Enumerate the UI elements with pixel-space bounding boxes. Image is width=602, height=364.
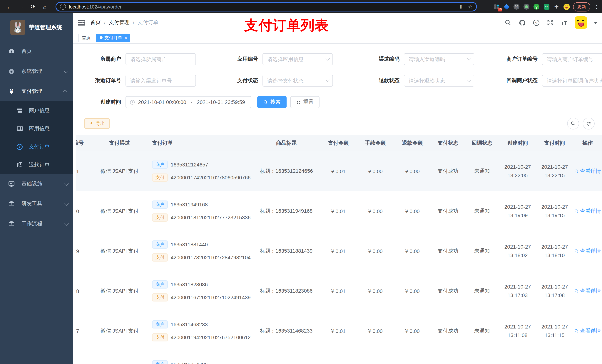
cell-channel: 微信 JSAPI 支付: [89, 288, 150, 294]
share-icon[interactable]: ⇧: [459, 4, 463, 10]
clock-icon: [129, 99, 135, 105]
cell-pay-order: 商户1635311881440 支付4200001173202110272847…: [150, 240, 253, 261]
help-icon[interactable]: ?: [532, 19, 540, 26]
sidebar-item-app-info[interactable]: 应用信息: [0, 119, 73, 138]
extension-blocks-icon[interactable]: 10: [493, 3, 500, 10]
chevron-down-icon: [64, 68, 68, 73]
pay-status-select[interactable]: [262, 75, 333, 87]
merchant-select[interactable]: [126, 53, 196, 65]
extension-gem-icon[interactable]: [503, 3, 510, 10]
merchant-order-no-input[interactable]: [542, 53, 602, 65]
cell-id: 17: [76, 328, 89, 334]
search-icon[interactable]: [504, 19, 512, 26]
export-button[interactable]: 导出: [85, 118, 110, 129]
date-end[interactable]: 2021-10-31 23:59:59: [197, 99, 245, 105]
avatar-caret-icon[interactable]: [594, 22, 598, 26]
tag-close-icon[interactable]: ×: [125, 36, 127, 40]
sidebar-item-dev-tools[interactable]: 研发工具: [0, 194, 73, 214]
refresh-icon: [296, 100, 301, 104]
cell-notify: 未通知: [465, 208, 499, 214]
collapse-sidebar-icon[interactable]: [78, 20, 85, 26]
merchant-order-no: 1635311823086: [171, 281, 208, 287]
breadcrumb-current: 支付订单: [138, 19, 159, 26]
cell-create-time: 2021-10-2713:18:02: [499, 242, 536, 260]
cell-status: 支付成功: [431, 288, 465, 294]
table-row: 17 微信 JSAPI 支付 商户1635311468233 支付4200001…: [76, 311, 602, 351]
channel-pay-no: 4200001181202110277723215336: [171, 215, 251, 220]
app-select[interactable]: [262, 53, 333, 65]
channel-pay-no: 4200001167202110271022491439: [171, 294, 251, 300]
font-size-icon[interactable]: ᴛT: [560, 19, 568, 26]
view-detail-link[interactable]: 查看详情: [574, 288, 601, 294]
browser-menu-icon[interactable]: ⋮: [594, 4, 599, 10]
sidebar-item-payment[interactable]: ¥ 支付管理: [0, 81, 73, 101]
date-start[interactable]: 2021-10-01 00:00:00: [138, 99, 186, 105]
cell-status: 支付成功: [431, 248, 465, 254]
show-search-button[interactable]: [567, 118, 579, 129]
forward-icon[interactable]: →: [18, 3, 24, 10]
sidebar-item-workflow[interactable]: 工作流程: [0, 214, 73, 234]
browser-profile-avatar[interactable]: [563, 3, 570, 10]
cell-pay-order: 商户1635311468233 支付4200001194202110276752…: [150, 320, 253, 342]
pay-chip: 支付: [152, 213, 168, 222]
extension-chat-icon[interactable]: ▪▪: [543, 3, 550, 10]
reset-button[interactable]: 重置: [290, 96, 320, 108]
bookmark-star-icon[interactable]: ☆: [468, 4, 473, 10]
cell-amount: ¥ 0.01: [320, 248, 357, 254]
channel-code-select[interactable]: [404, 53, 474, 65]
reload-icon[interactable]: ⟳: [30, 3, 36, 10]
github-icon[interactable]: [518, 19, 526, 26]
cell-refund: ¥ 0.00: [394, 168, 431, 174]
search-icon: [263, 100, 268, 104]
extension-y-icon[interactable]: y: [533, 3, 540, 10]
gear-icon: [8, 68, 15, 75]
extension-dot-icon[interactable]: [523, 3, 530, 10]
cell-notify: 未通知: [465, 328, 499, 334]
filter-row-3: 创建时间 2021-10-01 00:00:00 - 2021-10-31 23…: [73, 96, 602, 108]
documents-icon: [16, 161, 23, 168]
channel-pay-no: 4200001174202110278060590766: [171, 175, 251, 180]
cell-action: 查看详情: [573, 328, 602, 334]
browser-update-button[interactable]: 更新: [573, 2, 590, 11]
extensions-puzzle-icon[interactable]: ✚: [553, 3, 560, 10]
search-icon: [574, 329, 579, 333]
tag-pay-order[interactable]: 支付订单 ×: [96, 33, 130, 42]
cell-amount: ¥ 0.01: [320, 208, 357, 214]
url-text[interactable]: localhost:1024/pay/order: [69, 4, 454, 10]
refresh-table-button[interactable]: [583, 118, 595, 129]
view-detail-link[interactable]: 查看详情: [574, 208, 601, 214]
search-button[interactable]: 搜索: [257, 96, 287, 108]
extension-command-icon[interactable]: ⌘: [513, 3, 520, 10]
sidebar-item-system[interactable]: 系统管理: [0, 62, 73, 81]
sidebar-item-refund-order[interactable]: 退款订单: [0, 156, 73, 174]
view-detail-link[interactable]: 查看详情: [574, 328, 601, 334]
sidebar-item-home[interactable]: 首页: [0, 42, 73, 62]
browser-chrome: ← → ⟳ ⌂ i localhost:1024/pay/order ⇧ ☆ 1…: [0, 0, 602, 13]
sidebar-item-infra[interactable]: 基础设施: [0, 174, 73, 194]
cell-channel: 微信 JSAPI 支付: [89, 168, 150, 174]
home-icon[interactable]: ⌂: [42, 3, 48, 10]
page: ← → ⟳ ⌂ i localhost:1024/pay/order ⇧ ☆ 1…: [0, 0, 602, 364]
breadcrumb-home[interactable]: 首页: [90, 19, 101, 26]
create-time-range-input[interactable]: 2021-10-01 00:00:00 - 2021-10-31 23:59:5…: [126, 96, 251, 108]
sidebar-item-merchant-info[interactable]: 商户信息: [0, 101, 73, 119]
address-bar[interactable]: i localhost:1024/pay/order ⇧ ☆: [55, 2, 477, 11]
sidebar-item-pay-order[interactable]: ¥ 支付订单: [0, 138, 73, 156]
notify-status-select[interactable]: [542, 75, 602, 87]
tag-home[interactable]: 首页: [78, 33, 94, 42]
fullscreen-icon[interactable]: [547, 19, 554, 26]
filter-label-app: 应用编号: [219, 56, 262, 62]
pay-chip: 支付: [152, 253, 168, 261]
breadcrumb-payment[interactable]: 支付管理: [109, 19, 129, 26]
user-avatar[interactable]: [575, 16, 587, 29]
back-icon[interactable]: ←: [6, 3, 13, 10]
app-logo: 🐰 芋道管理系统: [0, 13, 73, 42]
shop-icon: [16, 107, 23, 114]
view-detail-link[interactable]: 查看详情: [574, 248, 601, 254]
refund-status-select[interactable]: [404, 75, 474, 87]
merchant-order-no: 1635311054796: [171, 361, 208, 364]
cell-action: 查看详情: [573, 288, 602, 294]
view-detail-link[interactable]: 查看详情: [574, 168, 601, 174]
site-info-icon[interactable]: i: [60, 4, 66, 10]
channel-order-no-input[interactable]: [126, 75, 196, 87]
